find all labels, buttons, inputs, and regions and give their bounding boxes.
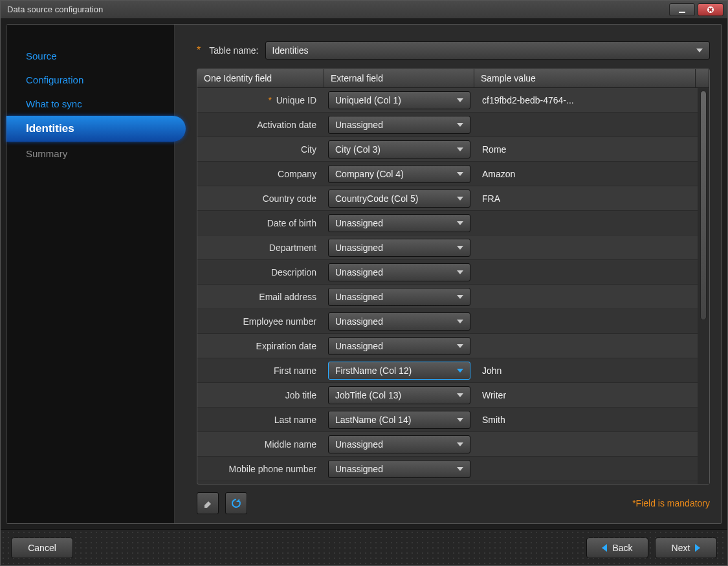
field-label: Email address — [197, 292, 324, 302]
dropdown-value: Unassigned — [335, 292, 383, 302]
col-external-field[interactable]: External field — [324, 69, 474, 87]
dialog-window: Data source configuration SourceConfigur… — [0, 0, 728, 566]
dropdown-value: Unassigned — [335, 267, 383, 278]
svg-rect-0 — [679, 12, 685, 13]
external-field-dropdown[interactable]: UniqueId (Col 1) — [328, 91, 470, 109]
dropdown-value: UniqueId (Col 1) — [335, 95, 401, 105]
refresh-button[interactable] — [225, 492, 247, 514]
sample-value: Smith — [474, 415, 698, 425]
field-mapping-table: One Identity field External field Sample… — [197, 69, 710, 484]
dropdown-value: Company (Col 4) — [335, 169, 404, 179]
external-field-dropdown[interactable]: Unassigned — [328, 116, 470, 134]
table-row: DepartmentUnassigned — [197, 235, 698, 260]
chevron-down-icon — [457, 221, 463, 225]
external-field-dropdown[interactable]: Unassigned — [328, 239, 470, 257]
close-button[interactable] — [698, 3, 723, 16]
sample-value: Rome — [474, 144, 698, 155]
sample-value: cf19fbd2-bedb-4764-... — [474, 95, 698, 105]
clear-mapping-button[interactable] — [197, 492, 219, 514]
chevron-down-icon — [457, 418, 463, 422]
table-row: Mobile phone numberUnassigned — [197, 457, 698, 481]
table-row: First nameFirstName (Col 12)John — [197, 358, 698, 383]
chevron-down-icon — [457, 393, 463, 397]
sample-value: FRA — [474, 193, 698, 204]
table-row: Expiration dateUnassigned — [197, 334, 698, 358]
field-label: Activation date — [197, 120, 324, 130]
external-field-dropdown[interactable]: JobTitle (Col 13) — [328, 386, 470, 404]
col-sample-value[interactable]: Sample value — [474, 69, 696, 87]
chevron-down-icon — [457, 270, 463, 274]
table-row: Last nameLastName (Col 14)Smith — [197, 408, 698, 432]
chevron-down-icon — [457, 442, 463, 446]
sidebar-item-identities[interactable]: Identities — [6, 116, 186, 142]
table-toolbar: *Field is mandatory — [197, 492, 710, 514]
field-label: Job title — [197, 390, 324, 400]
dropdown-value: Unassigned — [335, 120, 383, 130]
external-field-dropdown[interactable]: Unassigned — [328, 460, 470, 478]
vertical-scrollbar[interactable] — [698, 88, 709, 484]
field-label: Middle name — [197, 439, 324, 450]
table-row: Date of birthUnassigned — [197, 211, 698, 235]
field-label: Expiration date — [197, 341, 324, 351]
external-field-dropdown[interactable]: Unassigned — [328, 288, 470, 306]
field-label: Mobile phone number — [197, 464, 324, 474]
chevron-down-icon — [457, 369, 463, 373]
cancel-button[interactable]: Cancel — [11, 538, 73, 558]
field-label: * Unique ID — [197, 95, 324, 105]
external-field-dropdown[interactable]: Unassigned — [328, 263, 470, 281]
field-label: Company — [197, 169, 324, 179]
chevron-left-icon — [602, 544, 607, 552]
external-field-dropdown[interactable]: Company (Col 4) — [328, 165, 470, 183]
table-name-label: Table name: — [209, 45, 258, 56]
scrollbar-thumb[interactable] — [700, 91, 707, 320]
chevron-down-icon — [457, 295, 463, 299]
mandatory-asterisk: * — [268, 95, 274, 105]
table-row: CompanyCompany (Col 4)Amazon — [197, 162, 698, 186]
external-field-dropdown[interactable]: Unassigned — [328, 312, 470, 331]
external-field-dropdown[interactable]: City (Col 3) — [328, 140, 470, 158]
dropdown-value: JobTitle (Col 13) — [335, 390, 401, 400]
chevron-down-icon — [696, 49, 703, 52]
main-panel: * Table name: Identities One Identity fi… — [175, 25, 722, 523]
field-label: City — [197, 144, 324, 155]
sample-value: Writer — [474, 390, 698, 400]
chevron-down-icon — [457, 467, 463, 471]
field-label: Date of birth — [197, 218, 324, 228]
minimize-button[interactable] — [669, 3, 695, 16]
wizard-sidebar: SourceConfigurationWhat to syncIdentitie… — [6, 25, 175, 523]
mandatory-note: *Field is mandatory — [632, 498, 710, 508]
external-field-dropdown[interactable]: Unassigned — [328, 435, 470, 453]
table-name-row: * Table name: Identities — [197, 41, 710, 60]
col-one-identity-field[interactable]: One Identity field — [197, 69, 324, 87]
table-name-value: Identities — [272, 45, 309, 56]
sidebar-item-configuration[interactable]: Configuration — [6, 68, 174, 92]
table-row: Job titleJobTitle (Col 13)Writer — [197, 383, 698, 408]
titlebar: Data source configuration — [1, 1, 727, 19]
external-field-dropdown[interactable]: LastName (Col 14) — [328, 411, 470, 429]
table-row: Activation dateUnassigned — [197, 113, 698, 137]
chevron-down-icon — [457, 246, 463, 250]
external-field-dropdown[interactable]: CountryCode (Col 5) — [328, 190, 470, 208]
chevron-down-icon — [457, 123, 463, 127]
table-header: One Identity field External field Sample… — [197, 69, 709, 88]
sample-value: Amazon — [474, 169, 698, 179]
dropdown-value: Unassigned — [335, 243, 383, 253]
dropdown-value: LastName (Col 14) — [335, 415, 412, 425]
table-row: Middle nameUnassigned — [197, 432, 698, 457]
sidebar-item-summary[interactable]: Summary — [6, 142, 174, 166]
dropdown-value: Unassigned — [335, 341, 383, 351]
next-button[interactable]: Next — [655, 538, 717, 558]
external-field-dropdown[interactable]: Unassigned — [328, 337, 470, 355]
table-name-dropdown[interactable]: Identities — [265, 41, 710, 60]
field-label: First name — [197, 365, 324, 376]
external-field-dropdown[interactable]: FirstName (Col 12) — [328, 362, 470, 380]
chevron-down-icon — [457, 172, 463, 176]
field-label: Employee number — [197, 316, 324, 327]
sidebar-item-source[interactable]: Source — [6, 44, 174, 68]
dropdown-value: CountryCode (Col 5) — [335, 193, 418, 204]
back-button[interactable]: Back — [586, 538, 648, 558]
field-label: Last name — [197, 415, 324, 425]
sidebar-item-what-to-sync[interactable]: What to sync — [6, 92, 174, 116]
dropdown-value: City (Col 3) — [335, 144, 381, 155]
external-field-dropdown[interactable]: Unassigned — [328, 214, 470, 232]
